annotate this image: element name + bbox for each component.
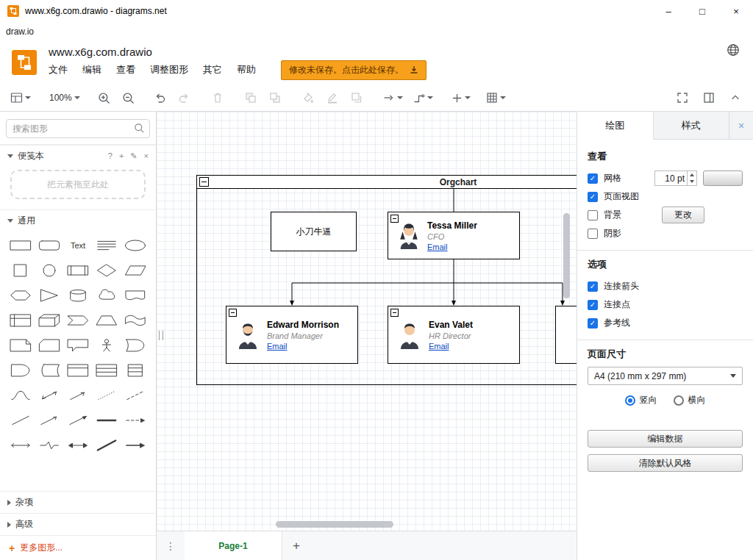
shape-list[interactable] (93, 359, 121, 381)
maximize-button[interactable]: □ (685, 0, 719, 22)
diagram-canvas[interactable]: Orgchart 小刀牛 (157, 112, 577, 531)
shape-circle[interactable] (35, 259, 63, 281)
shape-step[interactable] (63, 309, 92, 331)
shape-callout[interactable] (63, 334, 92, 356)
shape-tape[interactable] (121, 309, 150, 331)
scratchpad-help-icon[interactable]: ? (108, 151, 113, 161)
view-dropdown-button[interactable] (10, 88, 31, 107)
language-globe-icon[interactable] (727, 43, 740, 57)
tab-style[interactable]: 样式 (654, 112, 730, 139)
shape-curve[interactable] (6, 384, 35, 406)
zoom-in-button[interactable] (97, 88, 112, 107)
shape-process[interactable] (63, 259, 92, 281)
line-color-button[interactable] (325, 88, 340, 107)
section-misc-header[interactable]: 杂项 (0, 491, 156, 513)
scratchpad-header[interactable]: 便笺本 ? + ✎ × (0, 145, 156, 167)
shape-bidirectional-arrow[interactable] (35, 384, 63, 406)
shape-horizontal-arrow[interactable] (6, 434, 35, 456)
shadow-button[interactable] (349, 88, 364, 107)
shape-hexagon[interactable] (6, 284, 35, 306)
shape-and[interactable] (6, 359, 35, 381)
spin-up-icon[interactable] (688, 171, 696, 179)
email-link[interactable]: Email (267, 342, 339, 351)
grid-color-button[interactable] (703, 170, 743, 186)
shape-rectangle[interactable] (6, 234, 35, 256)
canvas-horizontal-scrollbar[interactable] (276, 521, 393, 528)
undo-button[interactable] (153, 88, 168, 107)
minimize-button[interactable]: – (652, 0, 685, 22)
shape-or[interactable] (121, 334, 150, 356)
background-checkbox[interactable] (588, 210, 598, 220)
shape-square[interactable] (6, 259, 35, 281)
menu-extras[interactable]: 其它 (203, 63, 222, 76)
panel-close-icon[interactable]: × (729, 112, 753, 139)
format-panel-toggle-button[interactable] (702, 88, 716, 107)
to-back-button[interactable] (268, 88, 282, 107)
shape-actor[interactable] (93, 334, 121, 356)
shape-data-storage[interactable] (35, 359, 63, 381)
email-link[interactable]: Email (427, 243, 477, 251)
shape-double-arrow[interactable] (63, 434, 92, 456)
node-tessa-miller[interactable]: Tessa Miller CFO Email (388, 212, 520, 259)
shape-horizontal-line[interactable] (93, 409, 121, 431)
shape-cylinder[interactable] (63, 284, 92, 306)
menu-edit[interactable]: 编辑 (82, 63, 101, 76)
fill-color-button[interactable] (301, 88, 315, 107)
spin-down-icon[interactable] (688, 179, 696, 186)
node-plain[interactable]: 小刀牛逼 (271, 212, 357, 251)
shape-thin-arrow[interactable] (35, 409, 63, 431)
scratchpad-close-icon[interactable]: × (144, 151, 149, 161)
shape-filled-arrow[interactable] (63, 409, 92, 431)
connection-style-button[interactable] (382, 88, 403, 107)
shape-container[interactable] (63, 359, 92, 381)
shape-textbox[interactable] (93, 234, 121, 256)
scratchpad-dropzone[interactable]: 把元素拖至此处 (10, 170, 146, 199)
shape-text[interactable]: Text (63, 234, 92, 256)
clear-default-style-button[interactable]: 清除默认风格 (588, 454, 743, 472)
page-size-select[interactable]: A4 (210 mm x 297 mm) (588, 367, 743, 385)
connection-arrows-checkbox[interactable] (588, 281, 598, 292)
shape-solid-line[interactable] (6, 409, 35, 431)
delete-button[interactable] (210, 88, 225, 107)
shape-dashed-line[interactable] (121, 384, 150, 406)
portrait-radio[interactable] (625, 395, 635, 406)
more-shapes-button[interactable]: + 更多图形... (0, 535, 156, 560)
shape-rounded-rectangle[interactable] (35, 234, 63, 256)
shape-directional-arrow[interactable] (121, 434, 150, 456)
redo-button[interactable] (177, 88, 192, 107)
landscape-radio[interactable] (674, 395, 684, 406)
shape-diamond[interactable] (93, 259, 121, 281)
shape-dashed-arrow[interactable] (121, 409, 150, 431)
unsaved-changes-banner[interactable]: 修改未保存。点击此处保存。 (281, 60, 427, 80)
to-front-button[interactable] (243, 88, 258, 107)
node-evan-valet[interactable]: Evan Valet HR Director Email (388, 306, 520, 364)
node-collapse-icon[interactable] (390, 215, 399, 223)
menu-file[interactable]: 文件 (49, 63, 68, 76)
shape-link[interactable] (35, 434, 63, 456)
email-link[interactable]: Email (429, 342, 473, 351)
shape-bold-line[interactable] (93, 434, 121, 456)
scratchpad-edit-icon[interactable]: ✎ (130, 151, 137, 161)
section-general-header[interactable]: 通用 (0, 209, 156, 231)
app-menu-drawio[interactable]: draw.io (6, 26, 34, 37)
landscape-option[interactable]: 横向 (674, 394, 706, 406)
edit-data-button[interactable]: 编辑数据 (588, 430, 743, 448)
zoom-dropdown-button[interactable]: 100% (49, 88, 80, 107)
page-tab-1[interactable]: Page-1 (185, 531, 282, 560)
shape-document[interactable] (121, 284, 150, 306)
frame-collapse-icon[interactable] (199, 177, 209, 187)
node-edward-morrison[interactable]: Edward Morrison Brand Manager Email (226, 306, 358, 364)
grid-size-input[interactable]: 10 pt (654, 170, 697, 186)
page-view-checkbox[interactable] (588, 192, 598, 202)
shape-cube[interactable] (35, 309, 63, 331)
insert-button[interactable] (452, 88, 471, 107)
menu-help[interactable]: 帮助 (237, 63, 256, 76)
change-background-button[interactable]: 更改 (662, 207, 704, 223)
menu-view[interactable]: 查看 (116, 63, 135, 76)
shape-diagonal-arrow[interactable] (63, 384, 92, 406)
grid-checkbox[interactable] (588, 173, 598, 184)
collapse-toolbar-button[interactable] (728, 88, 743, 107)
canvas-vertical-scrollbar[interactable] (563, 213, 570, 298)
zoom-out-button[interactable] (121, 88, 136, 107)
node-partial[interactable] (555, 306, 577, 364)
